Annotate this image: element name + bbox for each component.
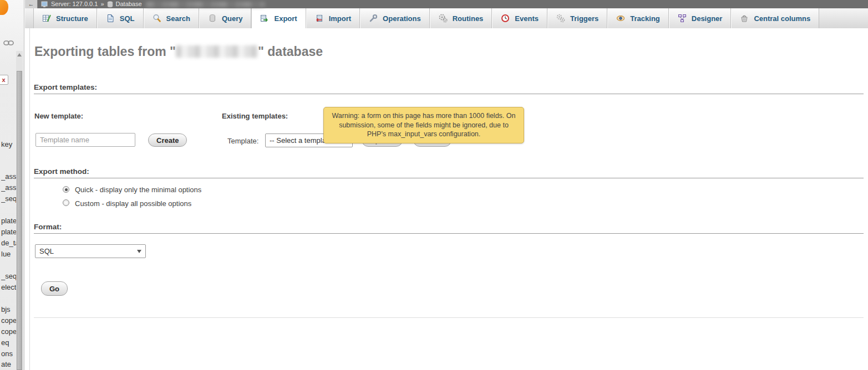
structure-icon xyxy=(42,14,51,23)
sidebar-item[interactable]: plate_ xyxy=(1,228,16,236)
title-suffix: " database xyxy=(258,44,323,59)
sidebar-item[interactable]: _seq xyxy=(1,272,16,280)
sidebar-close-button[interactable]: x xyxy=(0,75,8,85)
back-button[interactable]: ← xyxy=(25,0,38,8)
sidebar-item[interactable]: plate xyxy=(1,217,16,225)
tab-label: Export xyxy=(274,14,297,23)
link-icon xyxy=(3,39,14,47)
sidebar-item[interactable]: eq xyxy=(1,338,16,347)
tab-central-columns[interactable]: Central columns xyxy=(731,8,819,28)
tab-operations[interactable]: Operations xyxy=(360,8,430,28)
tab-label: Search xyxy=(166,14,190,23)
tab-import[interactable]: Import xyxy=(306,8,360,28)
routines-icon xyxy=(439,14,448,23)
sql-icon xyxy=(106,14,115,23)
create-template-button[interactable]: Create xyxy=(148,133,187,147)
format-select[interactable]: SQL xyxy=(35,244,146,258)
tab-label: Structure xyxy=(56,14,88,23)
blurred-database-name xyxy=(146,2,265,7)
custom-export-radio[interactable] xyxy=(63,199,69,206)
max-input-vars-warning: Warning: a form on this page has more th… xyxy=(323,107,524,143)
database-icon xyxy=(107,1,113,8)
sidebar-item[interactable]: de_ta xyxy=(1,239,16,247)
sidebar-item[interactable]: key xyxy=(1,140,16,148)
sidebar-item[interactable]: _seq xyxy=(1,194,16,203)
query-icon xyxy=(208,14,217,23)
tab-search[interactable]: Search xyxy=(144,8,199,28)
import-icon xyxy=(315,14,324,23)
tab-label: Central columns xyxy=(754,14,810,23)
tab-tracking[interactable]: Tracking xyxy=(607,8,668,28)
sidebar-scrollbar-thumb[interactable] xyxy=(17,71,22,370)
tab-events[interactable]: Events xyxy=(492,8,547,28)
tab-label: Query xyxy=(222,14,243,23)
existing-templates-label: Existing templates: xyxy=(222,112,288,120)
events-icon xyxy=(501,14,510,23)
format-select-value: SQL xyxy=(39,247,54,255)
breadcrumb-database[interactable]: Database xyxy=(116,0,142,8)
tab-designer[interactable]: Designer xyxy=(669,8,732,28)
server-icon xyxy=(41,1,48,8)
tab-label: Operations xyxy=(383,14,421,23)
template-label: Template: xyxy=(227,137,258,145)
custom-export-label[interactable]: Custom - display all possible options xyxy=(75,199,191,208)
sidebar-item[interactable]: ons xyxy=(1,350,16,358)
navigation-sidebar: x key _ass _ass _seq plate plate_ de_ta … xyxy=(0,0,24,370)
new-template-label: New template: xyxy=(34,112,83,120)
breadcrumb-separator: » xyxy=(100,0,104,8)
quick-export-label[interactable]: Quick - display only the minimal options xyxy=(75,186,201,194)
operations-icon xyxy=(369,14,378,23)
tab-sql[interactable]: SQL xyxy=(97,8,144,28)
tab-query[interactable]: Query xyxy=(199,8,252,28)
sidebar-item[interactable]: ate xyxy=(1,360,16,368)
tab-label: Import xyxy=(329,14,351,23)
tab-label: Tracking xyxy=(630,14,659,23)
breadcrumb: Server: 127.0.0.1 » Database xyxy=(38,0,868,8)
sidebar-item[interactable]: cope xyxy=(1,316,16,325)
designer-icon xyxy=(678,14,687,23)
export-method-heading: Export method: xyxy=(34,167,864,178)
sidebar-item[interactable]: _ass xyxy=(1,183,16,192)
export-icon xyxy=(260,14,269,23)
search-icon xyxy=(153,14,161,23)
title-prefix: Exporting tables from " xyxy=(34,44,176,59)
export-templates-heading: Export templates: xyxy=(34,83,864,94)
phpmyadmin-logo-icon xyxy=(0,0,8,15)
page-title: Exporting tables from "" database xyxy=(34,44,323,59)
tab-label: Routines xyxy=(453,14,484,23)
tab-structure[interactable]: Structure xyxy=(33,8,97,28)
form-bottom-divider xyxy=(34,317,864,318)
format-heading: Format: xyxy=(34,223,864,234)
scroll-up-arrow-icon[interactable] xyxy=(17,53,22,56)
tab-label: Events xyxy=(515,14,539,23)
breadcrumb-server[interactable]: Server: 127.0.0.1 xyxy=(51,0,98,8)
triggers-icon xyxy=(556,14,565,23)
export-page: Exporting tables from "" database Export… xyxy=(30,28,868,370)
database-tabbar: Structure SQL Search Query Expor xyxy=(25,8,868,28)
tab-export[interactable]: Export xyxy=(251,8,306,28)
chevron-down-icon xyxy=(137,250,141,253)
sidebar-item[interactable]: cope_ xyxy=(1,327,16,336)
sidebar-item[interactable]: elect xyxy=(1,283,16,291)
tab-label: SQL xyxy=(120,14,135,23)
tab-label: Triggers xyxy=(570,14,598,23)
tab-triggers[interactable]: Triggers xyxy=(547,8,607,28)
tracking-icon xyxy=(616,14,625,23)
blurred-database-name xyxy=(176,45,258,58)
central-columns-icon xyxy=(740,14,749,23)
go-button[interactable]: Go xyxy=(41,281,68,296)
tab-routines[interactable]: Routines xyxy=(430,8,493,28)
tab-label: Designer xyxy=(692,14,723,23)
sidebar-item[interactable]: bjs xyxy=(1,305,16,314)
quick-export-radio[interactable] xyxy=(63,186,69,193)
template-name-input[interactable] xyxy=(35,133,135,147)
sidebar-item[interactable]: _ass xyxy=(1,172,16,181)
sidebar-item[interactable]: lue xyxy=(1,250,16,258)
